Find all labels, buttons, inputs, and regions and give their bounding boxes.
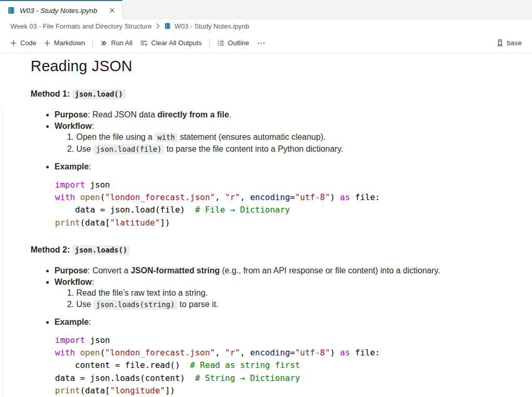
kernel-name: base [507,39,522,47]
outline-button[interactable]: Outline [213,37,253,49]
more-actions-button[interactable]: ⋯ [253,37,270,49]
add-markdown-cell-button[interactable]: Markdown [40,37,89,49]
toolbar-separator [209,39,210,47]
code-block-method-1: import jsonwith open("london_forecast.js… [55,179,522,230]
add-code-cell-button[interactable]: Code [6,37,40,49]
breadcrumb-folder[interactable]: Week 03 - File Formats and Directory Str… [10,22,152,30]
clear-all-outputs-label: Clear All Outputs [151,39,202,47]
method-1-label: Method 1: [31,89,70,98]
example-item: Example: [54,161,522,173]
workflow-steps: Read the file’s raw text into a string. … [54,287,522,310]
method-1-list: Purpose: Read JSON data directly from a … [31,109,522,173]
workflow-item: Workflow: Open the file using a with sta… [54,121,522,155]
method-1-inline-code: json.load() [72,89,126,99]
workflow-step: Use json.loads(string) to parse it. [76,299,522,311]
outline-list-icon [217,39,225,47]
toolbar-separator [92,39,93,47]
cell-gutter-line [3,108,3,397]
kernel-picker[interactable]: base [493,37,525,48]
plus-icon [44,39,51,47]
breadcrumb-file[interactable]: W03 - Study Notes.ipynb [174,22,249,30]
add-markdown-label: Markdown [54,39,85,47]
example-item: Example: [54,316,522,328]
notebook-icon [7,6,16,15]
clear-all-outputs-button[interactable]: Clear All Outputs [136,37,206,49]
method-2-inline-code: json.loads() [72,245,130,255]
workflow-step: Open the file using a with statement (en… [76,131,522,143]
method-2-heading: Method 2: json.loads() [31,244,522,256]
method-2-label: Method 2: [31,245,70,254]
plus-icon [10,39,17,47]
run-all-button[interactable]: Run All [97,37,136,49]
workflow-label: Workflow: [54,277,94,286]
method-1-heading: Method 1: json.load() [31,88,522,100]
add-code-label: Code [20,39,36,47]
notebook-toolbar: Code Markdown Run All Clear All Outputs [0,33,532,54]
purpose-item: Purpose: Read JSON data directly from a … [54,109,522,121]
workflow-step: Read the file’s raw text into a string. [76,287,522,299]
clear-all-outputs-icon [140,39,148,47]
tab-w03-study-notes[interactable]: W03 - Study Notes.ipynb [0,0,122,20]
workflow-step: Use json.load(file) to parse the file co… [76,143,522,155]
notebook-icon [164,22,171,30]
breadcrumb: Week 03 - File Formats and Directory Str… [0,19,532,33]
code-block-method-2: import jsonwith open("london_forecast.js… [55,334,522,397]
workflow-label: Workflow: [54,122,94,130]
method-2-list: Purpose: Convert a JSON-formatted string… [31,265,522,328]
markdown-cell: Reading JSON Method 1: json.load() Purpo… [0,54,532,397]
outline-label: Outline [228,39,249,47]
run-all-icon [100,39,108,47]
run-all-label: Run All [111,39,132,47]
page-title: Reading JSON [31,57,522,75]
kernel-environment-icon [496,39,504,47]
tab-title: W03 - Study Notes.ipynb [20,7,103,15]
chevron-right-icon [155,23,161,29]
workflow-steps: Open the file using a with statement (en… [54,131,522,155]
workflow-item: Workflow: Read the file’s raw text into … [54,276,522,311]
purpose-item: Purpose: Convert a JSON-formatted string… [54,265,522,276]
tab-close-icon[interactable] [107,6,117,15]
tab-bar: W03 - Study Notes.ipynb [0,0,532,19]
